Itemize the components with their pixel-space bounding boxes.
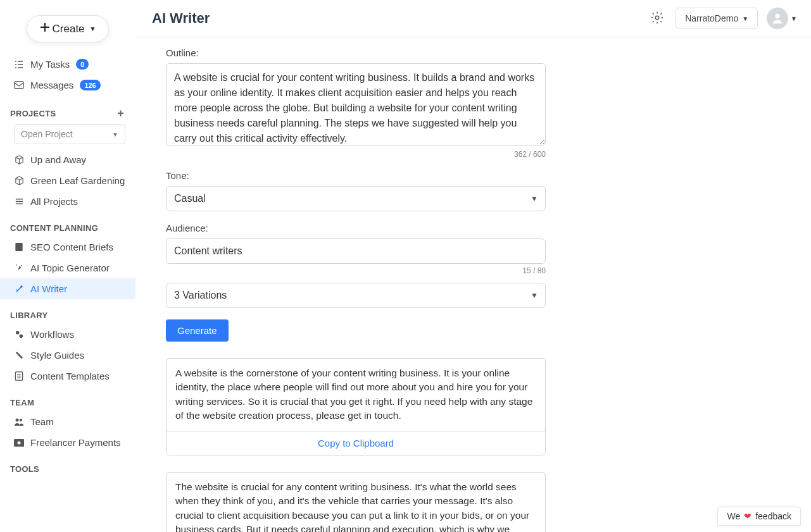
nav-seo-briefs[interactable]: SEO Content Briefs (0, 237, 135, 257)
outline-field: Outline: 362 / 600 (166, 47, 552, 159)
avatar-icon (767, 8, 788, 29)
nav-label: Freelancer Payments (30, 437, 121, 448)
nav-my-tasks[interactable]: My Tasks 0 (0, 54, 135, 75)
magic-wand-icon (14, 284, 24, 294)
svg-point-22 (20, 418, 22, 421)
outline-textarea[interactable] (166, 63, 546, 145)
generate-button[interactable]: Generate (166, 319, 229, 342)
tone-label: Tone: (166, 170, 552, 181)
project-item[interactable]: Up and Away (0, 149, 135, 170)
tasks-icon (14, 59, 24, 70)
chevron-down-icon: ▼ (112, 131, 118, 138)
workspace-dropdown[interactable]: NarratoDemo ▼ (676, 8, 758, 29)
nav-label: Workflows (30, 329, 74, 340)
add-project-icon[interactable]: + (117, 107, 124, 120)
money-icon (14, 439, 24, 447)
sidebar: Create ▼ My Tasks 0 Messages 126 PROJECT… (0, 0, 135, 532)
library-header-label: LIBRARY (10, 311, 47, 320)
workspace-label: NarratoDemo (685, 13, 738, 23)
svg-point-15 (15, 331, 19, 335)
content-planning-header-label: CONTENT PLANNING (10, 223, 98, 233)
nav-label: Up and Away (30, 154, 86, 165)
nav-ai-writer[interactable]: AI Writer (0, 278, 135, 299)
document-icon (14, 242, 24, 252)
svg-point-21 (16, 418, 19, 421)
svg-point-26 (775, 14, 779, 18)
content-area: Outline: 362 / 600 Tone: Casual ▼ Audien… (135, 37, 811, 532)
nav-style-guides[interactable]: Style Guides (0, 345, 135, 366)
content-planning-header: CONTENT PLANNING (0, 212, 135, 237)
svg-point-24 (18, 441, 21, 444)
copy-to-clipboard-button[interactable]: Copy to Clipboard (167, 431, 545, 455)
tools-header-label: TOOLS (10, 464, 39, 474)
create-button[interactable]: Create ▼ (27, 15, 110, 42)
projects-header: PROJECTS + (0, 96, 135, 124)
audience-input[interactable] (166, 238, 546, 264)
feedback-suffix: feedback (755, 511, 791, 521)
create-label: Create (53, 23, 85, 35)
chevron-down-icon: ▼ (791, 15, 797, 22)
audience-label: Audience: (166, 223, 552, 233)
nav-label: All Projects (30, 196, 78, 207)
nav-team[interactable]: Team (0, 411, 135, 432)
result-text: The website is crucial for any content w… (167, 473, 545, 532)
nav-content-templates[interactable]: Content Templates (0, 366, 135, 387)
nav-all-projects[interactable]: All Projects (0, 191, 135, 212)
user-menu[interactable]: ▼ (767, 8, 797, 29)
gears-icon (14, 330, 24, 339)
nav-label: Content Templates (30, 371, 110, 381)
messages-badge: 126 (80, 80, 100, 90)
cube-icon (14, 155, 24, 164)
settings-button[interactable] (648, 8, 667, 29)
result-card: The website is crucial for any content w… (166, 472, 546, 532)
svg-point-14 (21, 265, 22, 266)
cube-icon (14, 176, 24, 185)
nav-label: SEO Content Briefs (30, 242, 113, 252)
variations-field: 3 Variations ▼ (166, 283, 552, 308)
nav-label: Green Leaf Gardening (30, 175, 125, 186)
feedback-prefix: We (727, 511, 740, 521)
open-project-label: Open Project (21, 129, 73, 139)
chevron-down-icon: ▼ (90, 25, 96, 32)
nav-label: Messages (30, 80, 73, 90)
feedback-button[interactable]: We ❤ feedback (717, 507, 801, 526)
template-icon (14, 371, 24, 381)
team-header-label: TEAM (10, 398, 34, 407)
tone-select[interactable]: Casual (166, 186, 546, 211)
gear-icon (650, 17, 664, 27)
variations-select[interactable]: 3 Variations (166, 283, 546, 308)
tools-header: TOOLS (0, 453, 135, 478)
result-text: A website is the cornerstone of your con… (167, 359, 545, 431)
svg-point-25 (655, 16, 659, 20)
nav-messages[interactable]: Messages 126 (0, 75, 135, 96)
open-project-dropdown[interactable]: Open Project ▼ (14, 124, 125, 144)
nav-label: My Tasks (30, 59, 70, 70)
result-card: A website is the cornerstone of your con… (166, 358, 546, 455)
plus-icon (40, 22, 50, 35)
library-header: LIBRARY (0, 299, 135, 324)
tone-value: Casual (174, 193, 206, 204)
svg-point-16 (19, 335, 23, 338)
audience-char-count: 15 / 80 (166, 266, 546, 275)
variations-value: 3 Variations (174, 290, 227, 300)
ruler-icon (14, 350, 24, 360)
envelope-icon (14, 81, 24, 90)
chevron-down-icon: ▼ (742, 15, 748, 22)
main-area: AI Writer NarratoDemo ▼ ▼ (135, 0, 811, 532)
heart-icon: ❤ (744, 511, 751, 521)
nav-label: AI Writer (30, 283, 67, 294)
project-item[interactable]: Green Leaf Gardening (0, 170, 135, 191)
svg-rect-8 (15, 82, 23, 89)
nav-label: AI Topic Generator (30, 263, 110, 273)
nav-freelancer-payments[interactable]: Freelancer Payments (0, 432, 135, 453)
tone-field: Tone: Casual ▼ (166, 170, 552, 211)
list-icon (14, 197, 24, 206)
tasks-badge: 0 (76, 59, 89, 70)
outline-char-count: 362 / 600 (166, 150, 546, 159)
nav-workflows[interactable]: Workflows (0, 324, 135, 345)
svg-rect-1 (41, 27, 49, 28)
nav-ai-topic-generator[interactable]: AI Topic Generator (0, 257, 135, 278)
sparkle-icon (14, 263, 24, 273)
outline-label: Outline: (166, 47, 552, 58)
projects-header-label: PROJECTS (10, 109, 56, 118)
